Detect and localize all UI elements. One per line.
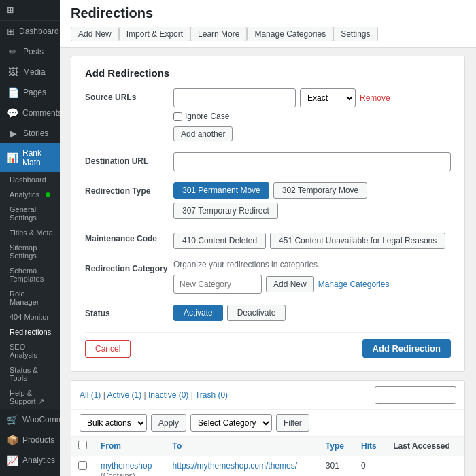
redir-btn-307[interactable]: 307 Temporary Redirect <box>173 203 278 219</box>
sidebar-item-rm-role[interactable]: Role Manager <box>0 286 60 309</box>
filter-button-top[interactable]: Filter <box>276 414 309 432</box>
from-link[interactable]: mythemeshop <box>101 461 152 471</box>
top-btn-settings[interactable]: Settings <box>333 27 377 41</box>
sidebar-item-rm-redirections[interactable]: Redirections <box>0 324 60 339</box>
redir-category-field: Organize your redirections in categories… <box>173 260 451 294</box>
redir-type-row: Redirection Type 301 Permanent Move302 T… <box>85 182 451 219</box>
pages-icon: 📄 <box>7 87 19 98</box>
sidebar-item-woocommerce[interactable]: 🛒WooCommerce <box>0 409 60 430</box>
table-body: mythemeshop(Contains) https://mythemesho… <box>71 456 464 477</box>
sidebar-item-rm-help[interactable]: Help & Support ↗ <box>0 386 60 409</box>
sidebar-item-dashboard[interactable]: ⊞Dashboard <box>0 21 60 41</box>
add-redirection-button[interactable]: Add Redirection <box>362 339 451 358</box>
sidebar-item-posts[interactable]: ✏Posts <box>0 41 60 62</box>
manage-categories-link[interactable]: Manage Categories <box>318 279 390 289</box>
source-url-input[interactable] <box>173 88 296 107</box>
posts-icon: ✏ <box>7 46 19 57</box>
add-new-category-button[interactable]: Add New <box>266 276 314 292</box>
row-checkbox-cell <box>71 456 94 477</box>
sidebar-item-rm-analytics[interactable]: Analytics <box>0 187 60 202</box>
filter-link-all[interactable]: All (1) <box>80 390 101 400</box>
sidebar-label-woocommerce: WooCommerce <box>22 415 60 424</box>
sidebar-item-media[interactable]: 🖼Media <box>0 62 60 82</box>
top-btn-learn-more[interactable]: Learn More <box>190 27 247 41</box>
filter-link-inactive[interactable]: Inactive (0) <box>148 390 188 400</box>
filter-link-active[interactable]: Active (1) <box>107 390 141 400</box>
filter-sep-3: | <box>188 390 195 400</box>
ignore-case-checkbox[interactable] <box>173 112 182 121</box>
sidebar-logo: ⊞ <box>0 0 60 21</box>
remove-link[interactable]: Remove <box>360 93 390 103</box>
select-category-top[interactable]: Select Category <box>190 414 272 432</box>
select-all-checkbox[interactable] <box>78 441 87 449</box>
th-from[interactable]: From <box>94 437 166 456</box>
th-to[interactable]: To <box>166 437 319 456</box>
bulk-actions-select-top[interactable]: Bulk actions Activate Deactivate Delete <box>80 414 147 432</box>
redirections-table-section: All (1) | Active (1) | Inactive (0) | Tr… <box>71 380 465 476</box>
to-link[interactable]: https://mythemeshop.com/themes/ <box>173 461 297 471</box>
redir-btn-301[interactable]: 301 Permanent Move <box>173 182 269 199</box>
deactivate-button[interactable]: Deactivate <box>227 305 286 321</box>
rank-math-icon: 📊 <box>7 152 18 163</box>
status-field: Activate Deactivate <box>173 305 451 321</box>
top-btn-manage-categories[interactable]: Manage Categories <box>247 27 333 41</box>
sidebar-item-analytics[interactable]: 📈Analytics <box>0 450 60 471</box>
redir-category-label: Redirection Category <box>85 260 173 273</box>
sidebar-item-rm-status[interactable]: Status & Tools <box>0 362 60 386</box>
status-row: Status Activate Deactivate <box>85 305 451 321</box>
th-hits[interactable]: Hits <box>354 437 386 456</box>
redir-btn-302[interactable]: 302 Temporary Move <box>273 182 368 199</box>
sidebar-item-rm-seo[interactable]: SEO Analysis <box>0 339 60 362</box>
category-desc: Organize your redirections in categories… <box>173 260 451 269</box>
top-buttons: Add NewImport & ExportLearn MoreManage C… <box>71 27 378 41</box>
ignore-case-label[interactable]: Ignore Case <box>173 112 451 121</box>
row-last-accessed <box>386 456 464 477</box>
content-area: Add Redirections Source URLs Exact Regex… <box>60 48 476 476</box>
sidebar-item-marketing[interactable]: 📣Marketing <box>0 471 60 476</box>
sidebar-label-rm-redirections: Redirections <box>10 328 51 336</box>
redir-type-label: Redirection Type <box>85 182 173 196</box>
products-icon: 📦 <box>7 435 18 445</box>
redir-type-field: 301 Permanent Move302 Temporary Move307 … <box>173 182 451 219</box>
card-title: Add Redirections <box>85 67 451 79</box>
activate-button[interactable]: Activate <box>173 305 223 321</box>
sidebar-label-dashboard: Dashboard <box>19 27 59 36</box>
sidebar-item-rm-schema[interactable]: Schema Templates <box>0 263 60 286</box>
sidebar: ⊞ ⊞Dashboard✏Posts🖼Media📄Pages💬Comments4… <box>0 0 60 476</box>
sidebar-item-rank-math[interactable]: 📊Rank Math <box>0 143 60 172</box>
sidebar-label-rm-schema: Schema Templates <box>10 267 53 283</box>
maint-btn-451[interactable]: 451 Content Unavailable for Legal Reason… <box>270 233 445 249</box>
maint-btn-410[interactable]: 410 Content Deleted <box>173 233 266 249</box>
sidebar-label-rm-titles: Titles & Meta <box>10 228 53 237</box>
dest-url-input[interactable] <box>173 152 451 171</box>
sidebar-item-pages[interactable]: 📄Pages <box>0 82 60 103</box>
row-checkbox[interactable] <box>78 461 87 470</box>
cancel-button[interactable]: Cancel <box>85 340 131 358</box>
filter-link-trash[interactable]: Trash (0) <box>195 390 228 400</box>
sidebar-item-rm-titles[interactable]: Titles & Meta <box>0 225 60 240</box>
sidebar-item-stories[interactable]: ▶Stories <box>0 123 60 143</box>
source-urls-row: Source URLs Exact Regex Contains Remove <box>85 88 451 141</box>
sidebar-item-comments[interactable]: 💬Comments4 <box>0 103 60 123</box>
sidebar-label-rm-role: Role Manager <box>10 290 53 306</box>
top-btn-add-new[interactable]: Add New <box>71 27 119 41</box>
sidebar-item-rm-sitemap[interactable]: Sitemap Settings <box>0 240 60 263</box>
sidebar-item-rm-general[interactable]: General Settings <box>0 202 60 225</box>
sidebar-label-rm-sitemap: Sitemap Settings <box>10 243 53 260</box>
apply-button-top[interactable]: Apply <box>151 414 186 432</box>
sidebar-item-products[interactable]: 📦Products <box>0 430 60 450</box>
search-input[interactable] <box>375 386 456 404</box>
main-content: Redirections Add NewImport & ExportLearn… <box>60 0 476 476</box>
maint-code-field: 410 Content Deleted451 Content Unavailab… <box>173 230 451 249</box>
new-category-input[interactable] <box>173 275 262 294</box>
top-btn-import--export[interactable]: Import & Export <box>119 27 190 41</box>
sidebar-item-rm-dashboard[interactable]: Dashboard <box>0 172 60 187</box>
sidebar-label-media: Media <box>23 67 46 77</box>
th-type[interactable]: Type <box>319 437 354 456</box>
source-field: Exact Regex Contains Remove Ignore Case … <box>173 88 451 141</box>
sidebar-item-rm-404[interactable]: 404 Monitor <box>0 309 60 324</box>
add-another-button[interactable]: Add another <box>173 126 233 141</box>
sidebar-label-pages: Pages <box>23 88 46 97</box>
source-type-select[interactable]: Exact Regex Contains <box>300 88 356 107</box>
row-type: 301 <box>319 456 354 477</box>
